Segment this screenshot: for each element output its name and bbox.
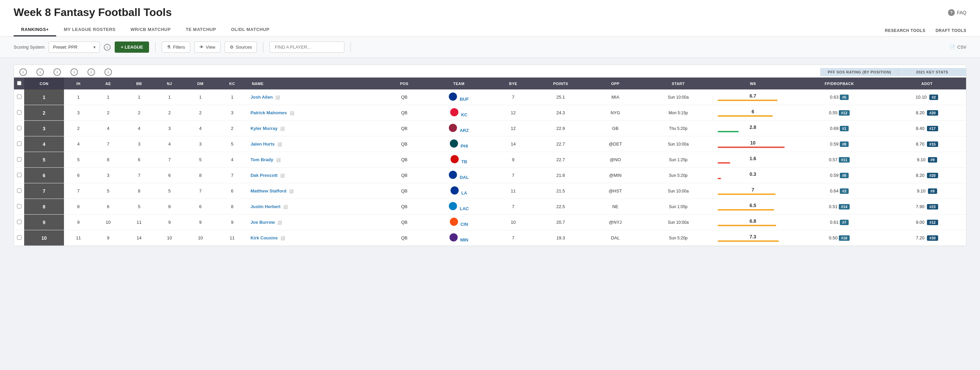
tab-te-matchup[interactable]: TE MATCHUP xyxy=(178,24,224,37)
tab-ol-dl-matchup[interactable]: OL/DL MATCHUP xyxy=(224,24,277,37)
info-icon-nj[interactable]: i xyxy=(88,68,95,76)
row-checkbox-4[interactable] xyxy=(17,157,21,162)
ae-cell: 2 xyxy=(124,105,155,121)
scoring-system-label: Scoring System xyxy=(14,44,45,50)
csv-button[interactable]: 📄 CSV xyxy=(950,44,966,50)
scoring-preset-select[interactable]: Preset: PPR xyxy=(49,41,100,53)
league-button[interactable]: + LEAGUE xyxy=(115,41,149,53)
player-name-link[interactable]: Tom Brady xyxy=(250,157,273,162)
w8-bar xyxy=(718,115,773,117)
team-link[interactable]: ARZ xyxy=(460,128,469,133)
info-icon-ih[interactable]: i xyxy=(37,68,44,76)
team-link[interactable]: KC xyxy=(461,112,468,118)
copy-icon[interactable]: ⬜ xyxy=(277,221,282,224)
col-header-w8: W8 xyxy=(715,78,791,89)
player-name-link[interactable]: Justin Herbert xyxy=(250,204,280,209)
points-cell: 19.3 xyxy=(532,230,589,246)
w8-cell: 6.7 xyxy=(715,89,791,105)
team-link[interactable]: BUF xyxy=(460,97,469,102)
start-cell: Thu 5:20p xyxy=(641,121,715,137)
scoring-info-icon[interactable]: i xyxy=(104,44,111,51)
page-title: Week 8 Fantasy Football Tools xyxy=(14,6,172,19)
opp-cell: @NYJ xyxy=(589,214,641,230)
copy-icon[interactable]: ⬜ xyxy=(280,173,285,178)
team-link[interactable]: LA xyxy=(461,191,467,195)
copy-icon[interactable]: ⬜ xyxy=(289,189,294,193)
points-cell: 22.5 xyxy=(532,199,589,214)
copy-icon[interactable]: ⬜ xyxy=(283,205,288,209)
fp-dropback-cell: 0.69 #1 xyxy=(791,121,888,137)
search-input[interactable] xyxy=(269,41,344,53)
copy-icon[interactable]: ⬜ xyxy=(280,236,285,240)
pos-cell: QB xyxy=(385,137,424,152)
view-button[interactable]: 👁 View xyxy=(194,41,221,53)
player-name-link[interactable]: Matthew Stafford xyxy=(250,188,286,194)
sources-icon: ⚙ xyxy=(230,44,234,50)
fp-dropback-cell: 0.59 #8 xyxy=(791,168,888,183)
player-name-link[interactable]: Joe Burrow xyxy=(250,220,275,225)
w8-bar xyxy=(718,225,776,226)
row-checkbox-5[interactable] xyxy=(17,173,21,177)
row-checkbox-8[interactable] xyxy=(17,220,21,224)
copy-icon[interactable]: ⬜ xyxy=(290,111,294,115)
research-tools-link[interactable]: RESEARCH TOOLS xyxy=(885,28,926,33)
adot-rank-badge: #2 xyxy=(929,95,938,100)
main-content: i i i i i i PFF SOS RATING (BY POSITION)… xyxy=(0,58,980,253)
key-stats-header: 2021 KEY STATS xyxy=(898,68,966,76)
w8-value: 7 xyxy=(718,187,788,192)
copy-icon[interactable]: ⬜ xyxy=(277,142,282,146)
team-link[interactable]: LAC xyxy=(460,206,469,211)
tab-rankings[interactable]: RANKINGS+ xyxy=(14,24,56,37)
team-link[interactable]: DAL xyxy=(460,175,469,180)
team-logo-KC xyxy=(450,108,458,116)
scoring-select-wrapper: Preset: PPR ▼ xyxy=(49,41,100,53)
w8-value: 6.7 xyxy=(718,93,788,98)
row-checkbox-0[interactable] xyxy=(17,95,21,99)
view-label: View xyxy=(206,44,215,50)
player-name-link[interactable]: Josh Allen xyxy=(250,95,272,100)
player-name-link[interactable]: Dak Prescott xyxy=(250,173,277,178)
info-icon-dm[interactable]: i xyxy=(105,68,112,76)
opp-cell: GB xyxy=(589,121,641,137)
player-name-link[interactable]: Kirk Cousins xyxy=(250,235,278,240)
select-all-checkbox[interactable] xyxy=(17,81,21,85)
draft-tools-link[interactable]: DRAFT TOOLS xyxy=(935,28,966,33)
player-name-link[interactable]: Patrick Mahomes xyxy=(250,110,287,115)
team-logo-PHI xyxy=(450,140,458,148)
ih-cell: 2 xyxy=(93,105,124,121)
team-link[interactable]: PHI xyxy=(461,143,468,149)
row-checkbox-6[interactable] xyxy=(17,188,21,193)
copy-icon[interactable]: ⬜ xyxy=(280,127,285,130)
sources-button[interactable]: ⚙ Sources xyxy=(224,41,257,53)
tab-wr-cb-matchup[interactable]: WR/CB MATCHUP xyxy=(123,24,178,37)
col-header-nj: NJ xyxy=(155,78,185,89)
filters-button[interactable]: ⚗ Filters xyxy=(162,41,190,53)
info-icon-ae[interactable]: i xyxy=(53,68,61,76)
team-link[interactable]: TB xyxy=(461,159,467,164)
row-checkbox-3[interactable] xyxy=(17,141,21,146)
player-name-cell: Justin Herbert ⬜ xyxy=(248,199,385,214)
adot-cell: 8.20 #20 xyxy=(888,168,966,183)
bye-cell: 12 xyxy=(494,105,532,121)
start-cell: Sun 10:00a xyxy=(641,89,715,105)
opp-cell: NYG xyxy=(589,105,641,121)
copy-icon[interactable]: ⬜ xyxy=(275,95,280,99)
fp-rank-badge: #8 xyxy=(840,173,849,178)
table-row: 10 11 9 14 10 10 11 Kirk Cousins ⬜ QB MI… xyxy=(14,230,966,246)
team-link[interactable]: CIN xyxy=(460,222,468,227)
row-checkbox-1[interactable] xyxy=(17,110,21,114)
copy-icon[interactable]: ⬜ xyxy=(276,158,281,162)
player-name-link[interactable]: Kyler Murray xyxy=(250,126,277,131)
rank-cell: 9 xyxy=(24,214,64,230)
faq-link[interactable]: ? FAQ xyxy=(948,9,966,16)
row-checkbox-7[interactable] xyxy=(17,204,21,208)
con-cell: 3 xyxy=(64,105,93,121)
row-checkbox-9[interactable] xyxy=(17,235,21,240)
row-checkbox-2[interactable] xyxy=(17,126,21,130)
player-name-cell: Tom Brady ⬜ xyxy=(248,152,385,168)
tab-my-league-rosters[interactable]: MY LEAGUE ROSTERS xyxy=(56,24,123,37)
info-icon-bb[interactable]: i xyxy=(70,68,78,76)
team-link[interactable]: MIN xyxy=(460,237,468,243)
player-name-link[interactable]: Jalen Hurts xyxy=(250,141,275,146)
info-icon-con[interactable]: i xyxy=(19,68,27,76)
